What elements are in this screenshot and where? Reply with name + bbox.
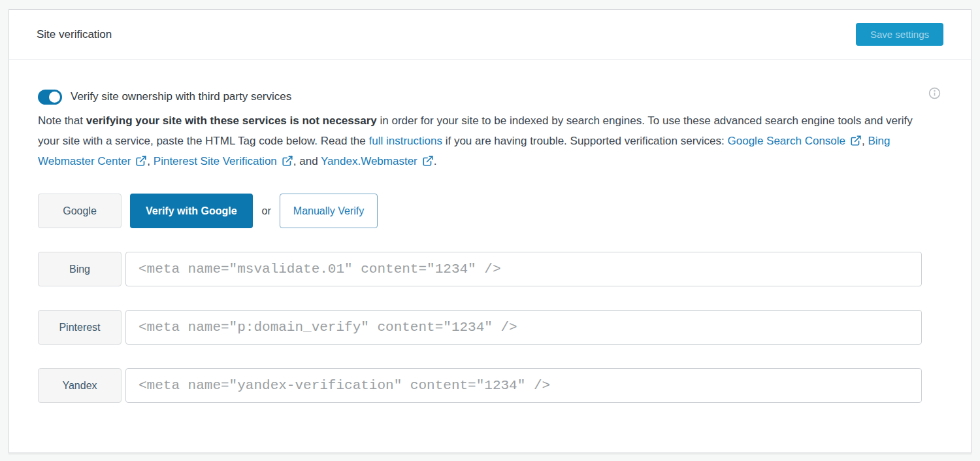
service-rows: Google Verify with Google or Manually Ve… — [38, 194, 922, 403]
pinterest-input[interactable] — [125, 310, 922, 345]
separator: , — [147, 155, 153, 167]
toggle-label: Verify site ownership with third party s… — [71, 90, 291, 103]
verify-toggle-row: Verify site ownership with third party s… — [38, 89, 942, 105]
save-settings-button[interactable]: Save settings — [856, 23, 943, 46]
site-verification-panel: Site verification Save settings Verify s… — [8, 9, 972, 453]
description-bold: verifying your site with these services … — [86, 114, 377, 127]
or-text: or — [262, 205, 271, 217]
panel-header: Site verification Save settings — [9, 10, 971, 60]
google-label: Google — [38, 194, 122, 228]
info-icon[interactable] — [928, 87, 941, 99]
full-instructions-link[interactable]: full instructions — [369, 135, 442, 147]
verify-with-google-button[interactable]: Verify with Google — [130, 194, 253, 228]
description-text: Note that verifying your site with these… — [38, 111, 923, 171]
google-search-console-link[interactable]: Google Search Console — [728, 135, 862, 147]
pinterest-label: Pinterest — [38, 310, 122, 345]
bing-input[interactable] — [125, 252, 922, 286]
yandex-input[interactable] — [125, 368, 922, 403]
verify-toggle[interactable] — [38, 90, 62, 105]
external-link-icon — [135, 155, 147, 167]
yandex-webmaster-link[interactable]: Yandex.Webmaster — [321, 155, 434, 167]
pinterest-row: Pinterest — [38, 310, 922, 345]
description-prefix: Note that — [38, 114, 86, 127]
description-period: . — [434, 155, 437, 167]
yandex-row: Yandex — [38, 368, 922, 403]
external-link-icon — [282, 155, 293, 167]
panel-body: Verify site ownership with third party s… — [9, 60, 971, 452]
external-link-icon — [850, 135, 862, 146]
toggle-knob — [49, 92, 60, 103]
bing-label: Bing — [38, 252, 122, 286]
description-after-link: if you are having trouble. Supported ver… — [442, 135, 728, 147]
yandex-label: Yandex — [38, 368, 122, 403]
google-row: Google Verify with Google or Manually Ve… — [38, 194, 922, 228]
bing-row: Bing — [38, 252, 922, 286]
separator: , and — [293, 155, 321, 167]
manually-verify-button[interactable]: Manually Verify — [280, 194, 378, 228]
external-link-icon — [422, 155, 434, 167]
pinterest-site-verification-link[interactable]: Pinterest Site Verification — [154, 155, 293, 167]
page-title: Site verification — [37, 28, 112, 41]
